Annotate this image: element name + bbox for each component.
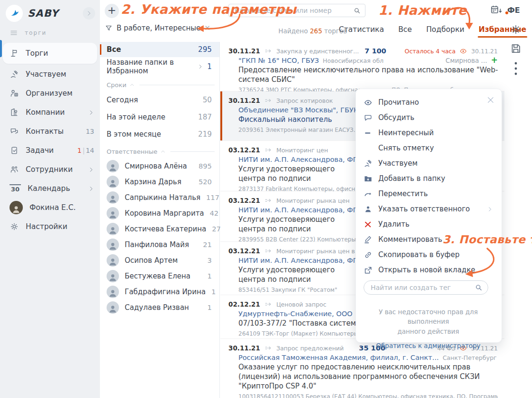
no-rights-message: У вас недостаточно прав для выполнения д…	[364, 307, 493, 336]
menu-item-remove-mark[interactable]: Снять отметку	[364, 140, 493, 156]
org-link[interactable]: НИТИ им. А.П. Александрова, ФГУП	[238, 257, 366, 264]
tasks-icon	[10, 146, 19, 155]
brand-name: SABY	[28, 8, 78, 19]
calendar-download-icon[interactable]	[490, 4, 502, 16]
comment-icon	[364, 113, 373, 122]
save-icon[interactable]	[510, 43, 522, 54]
chevron-right-icon[interactable]	[88, 186, 94, 192]
found-count: 265	[310, 27, 322, 35]
filter-all-row[interactable]: Все 295	[100, 42, 219, 57]
region-label: Новосибирская обл	[323, 57, 384, 64]
sidebar-item-kontakty[interactable]: Контакты 13	[0, 122, 100, 141]
person-row[interactable]: Костичева Екатерина27	[100, 221, 219, 237]
sidebar-item-sotrudniki[interactable]: Сотрудники	[0, 160, 100, 179]
person-row[interactable]: Габдрафигина Ирина1	[100, 284, 219, 299]
person-row[interactable]: Сапрыкина Наталья117	[100, 189, 219, 205]
person-row[interactable]: Бестужева Елена1	[100, 268, 219, 284]
menu-item-add-to-folder[interactable]: Добавить в папку	[364, 171, 493, 186]
org-link[interactable]: НИТИ им. А.П. Александрова, ФГУП	[238, 156, 366, 163]
tag-search-box	[364, 280, 488, 295]
folder-count: 1	[207, 62, 212, 71]
responsible-label: Смирнова ...	[445, 57, 487, 64]
menu-item-not-interesting[interactable]: Неинтересный	[364, 125, 493, 140]
sidebar-expand-chevron-icon[interactable]	[83, 7, 95, 20]
person-row[interactable]: Осипов Артем3	[100, 252, 219, 268]
filter-today-row[interactable]: Сегодня 50	[100, 91, 219, 109]
link-icon	[364, 250, 373, 259]
sidebar-item-zadachi[interactable]: Задачи 1|14	[0, 141, 100, 160]
external-link-icon	[364, 266, 373, 275]
sidebar-item-profile[interactable]: Фокина Е.С.	[0, 198, 100, 217]
person-row[interactable]: Садулаев Ризван1	[100, 299, 219, 315]
filter-folder-row[interactable]: Название папки в Избранном 1	[100, 57, 219, 76]
menu-item-label: Скопировать в буфер	[378, 250, 460, 259]
sidebar-item-kalendar[interactable]: 30 Календарь	[0, 179, 100, 198]
filter-count: 219	[198, 130, 212, 139]
people-header-label: Ответственные	[107, 148, 158, 155]
person-row[interactable]: Карзина Дарья520	[100, 174, 219, 189]
more-dots-icon[interactable]	[514, 61, 518, 78]
people-section-header[interactable]: Ответственные	[100, 143, 219, 158]
chevron-right-icon	[487, 206, 493, 212]
org-link[interactable]: Российская Таможенная Академия, филиал, …	[238, 354, 439, 361]
search-icon[interactable]	[474, 283, 483, 292]
org-link[interactable]: НИТИ им. А.П. Александрова, ФГУП	[238, 206, 366, 214]
tab-bar: Статистика Все Подборки Избранные	[339, 25, 526, 38]
tab-vse[interactable]: Все	[398, 25, 412, 38]
org-link[interactable]: "ГКП № 16" НСО, ГБУЗ	[238, 57, 319, 64]
filter-week-row[interactable]: На этой неделе 187	[100, 109, 219, 126]
tab-statistika[interactable]: Статистика	[339, 25, 384, 38]
filter-month-row[interactable]: В этом месяце 219	[100, 126, 219, 143]
person-row[interactable]: Панфилова Майя21	[100, 237, 219, 252]
menu-item-move[interactable]: Переместить	[364, 186, 493, 201]
minus-icon	[364, 129, 373, 138]
menu-item-delete[interactable]: Удалить	[364, 217, 493, 232]
contacts-count-badge: 13	[86, 128, 94, 135]
settings-gear-icon[interactable]	[510, 24, 522, 35]
chevron-right-icon[interactable]	[88, 167, 94, 173]
employees-icon	[10, 165, 19, 174]
tender-meta: 264109 ТЭК-Торг (Маркет) Компьютеры, оф	[228, 330, 363, 337]
menu-item-assign-responsible[interactable]: Указать ответственного	[364, 201, 493, 217]
org-link[interactable]: Удмуртнефть-Снабжение, ООО	[238, 310, 353, 318]
person-name: Панфилова Майя	[125, 240, 197, 249]
active-item-edge-bar	[0, 40, 2, 57]
org-link[interactable]: Объединение "ВЗ Москвы", ГБУК Г. МО	[238, 106, 363, 114]
menu-burger-icon[interactable]	[10, 29, 18, 37]
menu-item-participate[interactable]: Участвуем	[364, 156, 493, 171]
menu-item-discuss[interactable]: Обсудить	[364, 110, 493, 125]
tag-search-input[interactable]	[370, 283, 474, 292]
contacts-icon	[10, 127, 19, 136]
avatar	[107, 160, 119, 172]
terms-section-header[interactable]: Сроки	[100, 76, 219, 91]
add-responsible-icon[interactable]: +	[491, 57, 498, 63]
search-icon[interactable]	[353, 7, 361, 15]
sidebar-item-organizuem[interactable]: Организуем	[0, 84, 100, 103]
chevron-right-icon[interactable]	[88, 109, 94, 116]
read-eye-icon[interactable]	[459, 47, 467, 55]
publish-date: 30.11.21	[471, 48, 498, 55]
sidebar-item-kompanii[interactable]: Компании	[0, 103, 100, 122]
sidebar-item-torgi[interactable]: Торги	[3, 43, 97, 64]
region-label: Санкт-Петербург	[443, 354, 497, 361]
chevron-up-icon	[129, 82, 135, 88]
found-count-text: Найдено 265 торгов	[278, 27, 347, 35]
folder-label: Название папки в Избранном	[107, 58, 197, 75]
close-icon[interactable]	[486, 96, 495, 104]
filter-panel: Все 295 Название папки в Избранном 1 Сро…	[100, 42, 220, 398]
sidebar-item-label: Контакты	[26, 127, 79, 136]
tender-item[interactable]: 30.11.21 Закупка у единственног... 7 100…	[220, 42, 504, 91]
menu-item-read[interactable]: Прочитано	[364, 95, 493, 110]
person-row[interactable]: Коровина Маргарита42	[100, 205, 219, 221]
move-icon	[364, 189, 373, 199]
person-count: 27	[212, 225, 220, 233]
contact-admin-link[interactable]: Обратитесь к администратору	[364, 342, 493, 349]
person-row[interactable]: Смирнова Алёна895	[100, 158, 219, 174]
sidebar-item-uchastvuem[interactable]: Участвуем	[0, 65, 100, 84]
tender-title: Услуги удостоверяющего центра по подписи	[228, 266, 363, 285]
add-button[interactable]: +	[105, 4, 119, 18]
tender-meta: 100318564121100053 Березка (ЕАТ 44) Комп…	[228, 393, 498, 398]
user-initials-badge[interactable]: ФЕ	[507, 6, 520, 15]
menu-item-label: Добавить в папку	[378, 174, 445, 183]
sidebar-item-nastroyki[interactable]: Настройки	[0, 217, 100, 236]
